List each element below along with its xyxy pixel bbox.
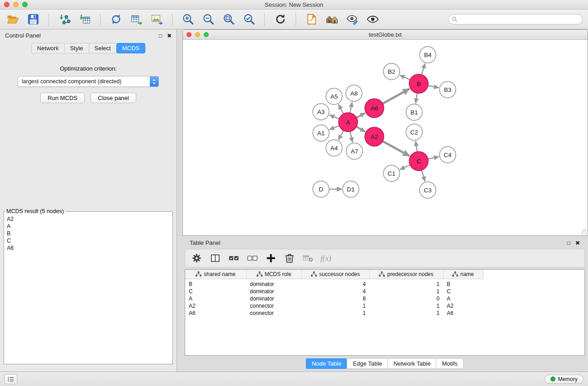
show-icon[interactable] [364, 12, 381, 27]
table-cell[interactable]: A6 [443, 310, 483, 317]
edge-A-A5[interactable] [339, 105, 344, 114]
run-mcds-button[interactable]: Run MCDS [40, 93, 85, 103]
edge-C-C2[interactable] [416, 141, 417, 152]
node-B2[interactable]: B2 [383, 63, 400, 80]
node-C1[interactable]: C1 [383, 165, 400, 181]
select-all-icon[interactable] [228, 253, 239, 264]
edge-A-A3[interactable] [330, 115, 339, 119]
table-cell[interactable]: 0 [369, 295, 443, 302]
mcds-result-item[interactable]: A6 [7, 244, 170, 252]
node-C4[interactable]: C4 [440, 147, 456, 163]
table-cell[interactable]: dominator [246, 279, 301, 288]
node-A5[interactable]: A5 [326, 88, 342, 105]
import-network-icon[interactable] [56, 12, 72, 27]
zoom-in-icon[interactable] [180, 12, 196, 27]
mcds-result-item[interactable]: C [7, 237, 170, 244]
mcds-result-item[interactable]: B [7, 230, 170, 237]
table-cell[interactable]: connector [246, 302, 301, 310]
edge-C-C1[interactable] [400, 165, 410, 170]
node-B[interactable]: B [409, 74, 428, 93]
export-table-icon[interactable] [128, 12, 144, 27]
criterion-dropdown[interactable]: largest connected component (directed) [18, 76, 159, 87]
table-cell[interactable]: C [185, 288, 246, 295]
maximize-network-window-button[interactable] [204, 32, 209, 37]
import-table-icon[interactable] [76, 12, 93, 27]
edge-C-C3[interactable] [421, 170, 425, 181]
column-header[interactable]: predecessor nodes [369, 270, 443, 279]
edge-A-A8[interactable] [350, 102, 352, 113]
edge-B-B2[interactable] [400, 75, 410, 80]
node-C[interactable]: C [409, 152, 428, 171]
table-cell[interactable]: 1 [369, 310, 443, 317]
close-panel-button[interactable]: Close panel [91, 93, 136, 103]
float-panel-icon[interactable]: □ [567, 240, 570, 246]
node-A3[interactable]: A3 [313, 104, 329, 120]
edge-A6-B[interactable] [382, 89, 410, 104]
node-A7[interactable]: A7 [346, 143, 363, 159]
minimize-window-button[interactable] [13, 2, 19, 7]
column-header[interactable]: shared name [185, 270, 246, 279]
close-window-button[interactable] [4, 2, 10, 7]
edge-C-C4[interactable] [428, 157, 439, 159]
open-document-icon[interactable] [303, 12, 320, 27]
table-cell[interactable]: 1 [369, 302, 443, 310]
table-cell[interactable]: C [443, 288, 483, 295]
memory-button[interactable]: Memory [545, 375, 583, 384]
zoom-selected-icon[interactable] [241, 12, 257, 27]
table-cell[interactable]: 4 [301, 288, 369, 295]
table-cell[interactable]: B [185, 279, 246, 288]
network-canvas[interactable]: B4B2BB3A5A8A6B1A3AA1C2A2A4A7C4CC1C3DD1 [183, 40, 588, 235]
node-A8[interactable]: A8 [346, 85, 362, 101]
table-row[interactable]: A2connector11A2 [185, 302, 584, 310]
table-row[interactable]: Adominator80A [185, 295, 584, 302]
table-cell[interactable]: A2 [443, 302, 483, 310]
edge-A2-C[interactable] [382, 141, 410, 156]
search-input[interactable] [448, 14, 583, 24]
table-cell[interactable]: A6 [185, 310, 246, 317]
mcds-result-item[interactable]: A [7, 223, 170, 230]
node-A[interactable]: A [339, 113, 358, 132]
resize-grip-icon[interactable] [581, 229, 587, 235]
edge-A-A2[interactable] [356, 127, 365, 132]
node-D[interactable]: D [313, 181, 329, 197]
table-row[interactable]: Bdominator41B [185, 279, 584, 288]
table-cell[interactable]: B [443, 279, 483, 288]
delete-row-icon[interactable] [283, 253, 295, 264]
node-A4[interactable]: A4 [326, 140, 342, 156]
refresh-layout-icon[interactable] [272, 12, 288, 27]
edge-B-B3[interactable] [428, 86, 439, 88]
edge-B-B1[interactable] [416, 93, 417, 104]
open-file-icon[interactable] [5, 12, 21, 27]
zoom-out-icon[interactable] [200, 12, 216, 27]
node-C3[interactable]: C3 [420, 182, 436, 198]
compare-icon[interactable] [344, 12, 360, 27]
table-cell[interactable]: 1 [301, 310, 369, 317]
node-B1[interactable]: B1 [406, 104, 422, 120]
export-image-icon[interactable] [148, 12, 165, 27]
delete-table-icon[interactable] [302, 253, 314, 264]
node-A1[interactable]: A1 [313, 125, 329, 141]
edge-A-A4[interactable] [339, 130, 344, 140]
edge-B-B4[interactable] [421, 63, 425, 75]
save-icon[interactable] [25, 12, 41, 27]
edge-A-A6[interactable] [357, 113, 365, 118]
close-network-window-button[interactable] [186, 32, 191, 37]
tab-edge-table[interactable]: Edge Table [347, 358, 387, 369]
settings-icon[interactable] [191, 253, 202, 264]
table-cell[interactable]: A [185, 295, 246, 302]
table-cell[interactable]: 1 [301, 302, 369, 310]
export-network-icon[interactable] [108, 12, 124, 27]
mcds-result-item[interactable]: A2 [7, 215, 170, 223]
tab-network-table[interactable]: Network Table [387, 358, 436, 369]
table-cell[interactable]: A2 [185, 302, 246, 310]
function-icon[interactable]: f(x) [320, 253, 331, 264]
table-cell[interactable]: A [443, 295, 483, 302]
table-cell[interactable]: 8 [301, 295, 369, 302]
close-panel-icon[interactable]: ✖ [167, 33, 172, 39]
deselect-all-icon[interactable] [246, 253, 258, 264]
table-cell[interactable]: dominator [246, 288, 301, 295]
column-layout-icon[interactable] [209, 253, 221, 264]
task-history-button[interactable] [5, 374, 17, 384]
column-header[interactable]: successor nodes [301, 270, 369, 279]
table-cell[interactable]: 1 [369, 279, 443, 288]
